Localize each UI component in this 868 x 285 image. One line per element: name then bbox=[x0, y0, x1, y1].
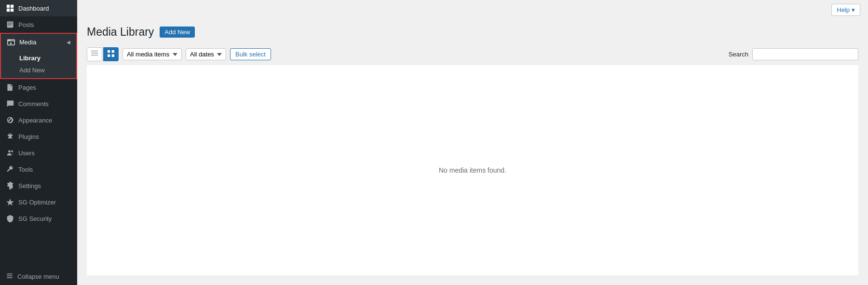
sidebar-item-sg-optimizer[interactable]: SG Optimizer bbox=[0, 194, 77, 210]
media-submenu: Library Add New bbox=[1, 50, 76, 78]
sidebar-item-sg-security[interactable]: SG Security bbox=[0, 210, 77, 227]
sidebar-item-tools[interactable]: Tools bbox=[0, 161, 77, 177]
tools-icon bbox=[6, 165, 14, 174]
svg-point-5 bbox=[8, 40, 9, 41]
help-label: Help bbox=[837, 6, 850, 14]
help-button[interactable]: Help ▾ bbox=[831, 4, 860, 16]
appearance-icon bbox=[6, 116, 14, 124]
sidebar-item-dashboard[interactable]: Dashboard bbox=[0, 0, 77, 16]
collapse-icon bbox=[6, 272, 14, 281]
sidebar-item-label: Comments bbox=[18, 100, 49, 108]
main-content: Help ▾ Media Library Add New All media i… bbox=[77, 0, 868, 285]
svg-point-7 bbox=[8, 150, 11, 152]
sidebar: Dashboard Posts Media ◀ Library Add New … bbox=[0, 0, 77, 285]
bulk-select-button[interactable]: Bulk select bbox=[230, 48, 271, 60]
media-section: Media ◀ Library Add New bbox=[0, 33, 77, 79]
svg-rect-10 bbox=[91, 51, 98, 52]
collapse-label: Collapse menu bbox=[17, 273, 59, 280]
svg-rect-14 bbox=[112, 50, 114, 53]
toolbar: All media items Images Audio Video Docum… bbox=[77, 43, 868, 65]
sidebar-item-comments[interactable]: Comments bbox=[0, 95, 77, 112]
chevron-icon: ◀ bbox=[67, 40, 70, 45]
submenu-item-add-new[interactable]: Add New bbox=[1, 64, 76, 76]
sidebar-item-settings[interactable]: Settings bbox=[0, 177, 77, 194]
svg-rect-13 bbox=[108, 50, 110, 53]
view-toggle bbox=[87, 47, 119, 61]
svg-rect-1 bbox=[11, 5, 14, 8]
submenu-item-library[interactable]: Library bbox=[1, 52, 76, 64]
svg-rect-15 bbox=[108, 54, 110, 57]
sidebar-item-label: Appearance bbox=[18, 117, 52, 124]
svg-point-6 bbox=[10, 40, 11, 41]
search-input[interactable] bbox=[752, 48, 858, 60]
page-header: Media Library Add New bbox=[77, 20, 868, 43]
sidebar-item-pages[interactable]: Pages bbox=[0, 79, 77, 95]
search-label: Search bbox=[729, 51, 748, 58]
svg-rect-12 bbox=[91, 55, 98, 56]
svg-rect-16 bbox=[112, 54, 114, 57]
svg-marker-9 bbox=[6, 199, 14, 205]
sidebar-item-plugins[interactable]: Plugins bbox=[0, 128, 77, 145]
search-area: Search bbox=[729, 48, 858, 60]
media-icon bbox=[7, 38, 15, 46]
sg-security-icon bbox=[6, 214, 14, 223]
media-grid-area: No media items found. bbox=[87, 65, 858, 275]
svg-rect-11 bbox=[91, 53, 98, 54]
sidebar-item-appearance[interactable]: Appearance bbox=[0, 112, 77, 128]
svg-rect-0 bbox=[7, 5, 10, 8]
settings-icon bbox=[6, 181, 14, 190]
add-new-button[interactable]: Add New bbox=[160, 27, 195, 38]
svg-point-8 bbox=[11, 150, 13, 152]
svg-rect-3 bbox=[11, 9, 14, 12]
comments-icon bbox=[6, 99, 14, 108]
sidebar-item-label: SG Optimizer bbox=[18, 199, 56, 206]
topbar: Help ▾ bbox=[77, 0, 868, 20]
sidebar-item-label: Posts bbox=[18, 21, 34, 28]
collapse-menu[interactable]: Collapse menu bbox=[0, 268, 77, 285]
sidebar-item-label: Tools bbox=[18, 166, 33, 173]
page-title: Media Library bbox=[87, 26, 154, 39]
sidebar-item-posts[interactable]: Posts bbox=[0, 16, 77, 33]
media-type-filter[interactable]: All media items Images Audio Video Docum… bbox=[122, 48, 182, 60]
svg-rect-2 bbox=[7, 9, 10, 12]
sg-optimizer-icon bbox=[6, 198, 14, 206]
sidebar-item-label: Pages bbox=[18, 84, 36, 91]
date-filter[interactable]: All dates bbox=[186, 48, 226, 60]
sidebar-item-label: SG Security bbox=[18, 215, 52, 222]
sidebar-item-users[interactable]: Users bbox=[0, 145, 77, 161]
users-icon bbox=[6, 149, 14, 157]
sidebar-item-label: Plugins bbox=[18, 133, 39, 140]
empty-message: No media items found. bbox=[439, 166, 506, 174]
sidebar-item-label: Media bbox=[19, 39, 36, 46]
dashboard-icon bbox=[6, 4, 14, 13]
help-chevron-icon: ▾ bbox=[852, 6, 855, 14]
sidebar-item-label: Dashboard bbox=[18, 5, 49, 12]
list-view-button[interactable] bbox=[87, 47, 102, 61]
sidebar-item-label: Users bbox=[18, 149, 35, 157]
posts-icon bbox=[6, 20, 14, 29]
sidebar-item-media[interactable]: Media ◀ bbox=[1, 34, 76, 50]
sidebar-item-label: Settings bbox=[18, 182, 41, 190]
plugins-icon bbox=[6, 132, 14, 141]
pages-icon bbox=[6, 83, 14, 92]
grid-view-button[interactable] bbox=[103, 47, 119, 61]
